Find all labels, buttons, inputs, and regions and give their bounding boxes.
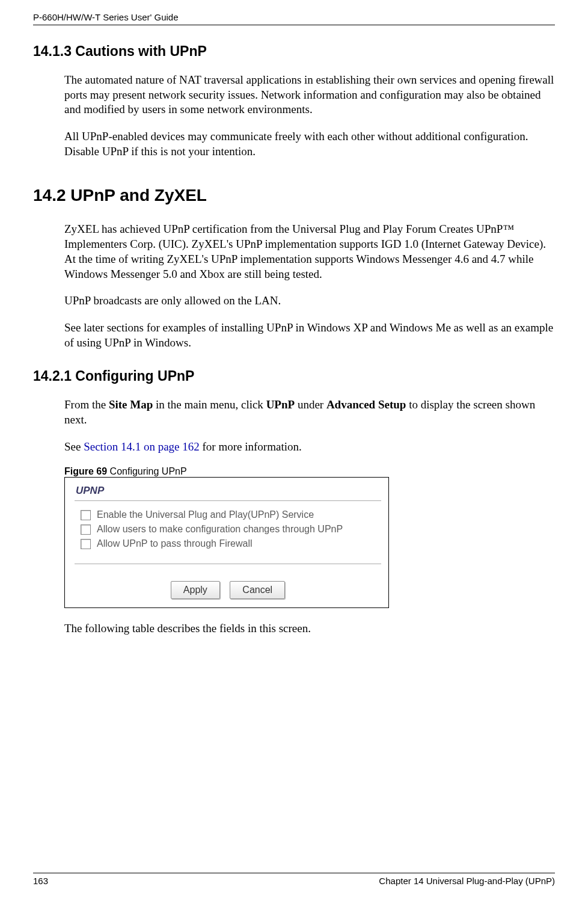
advanced-setup-bold: Advanced Setup — [326, 398, 406, 411]
paragraph-zyxel-2: UPnP broadcasts are only allowed on the … — [64, 294, 555, 309]
checkbox-enable-upnp[interactable] — [81, 510, 91, 520]
panel-title: UPNP — [76, 485, 381, 497]
paragraph-cautions-1: The automated nature of NAT traversal ap… — [64, 73, 555, 117]
figure-upnp-panel: UPNP Enable the Universal Plug and Play(… — [64, 477, 389, 608]
divider — [75, 500, 381, 501]
paragraph-zyxel-3: See later sections for examples of insta… — [64, 321, 555, 350]
text-fragment: in the main menu, click — [153, 398, 266, 411]
site-map-bold: Site Map — [109, 398, 153, 411]
page-number: 163 — [33, 876, 48, 886]
figure-caption: Figure 69 Configuring UPnP — [64, 466, 555, 477]
upnp-bold: UPnP — [266, 398, 295, 411]
checkbox-label: Enable the Universal Plug and Play(UPnP)… — [97, 509, 314, 520]
paragraph-configuring-1: From the Site Map in the main menu, clic… — [64, 398, 555, 427]
text-fragment: under — [295, 398, 326, 411]
paragraph-table-desc: The following table describes the fields… — [64, 621, 555, 636]
checkbox-row-allow-config: Allow users to make configuration change… — [81, 524, 381, 535]
page-footer: 163 Chapter 14 Universal Plug-and-Play (… — [33, 873, 555, 886]
section-link[interactable]: Section 14.1 on page 162 — [84, 440, 200, 453]
checkbox-label: Allow UPnP to pass through Firewall — [97, 538, 253, 549]
checkbox-label: Allow users to make configuration change… — [97, 524, 343, 535]
heading-cautions-upnp: 14.1.3 Cautions with UPnP — [33, 43, 555, 60]
paragraph-zyxel-1: ZyXEL has achieved UPnP certification fr… — [64, 222, 555, 281]
apply-button[interactable]: Apply — [171, 581, 220, 599]
footer-chapter: Chapter 14 Universal Plug-and-Play (UPnP… — [379, 876, 555, 886]
heading-upnp-zyxel: 14.2 UPnP and ZyXEL — [33, 186, 555, 205]
paragraph-configuring-2: See Section 14.1 on page 162 for more in… — [64, 440, 555, 455]
paragraph-cautions-2: All UPnP-enabled devices may communicate… — [64, 129, 555, 159]
cancel-button[interactable]: Cancel — [230, 581, 285, 599]
button-row: Apply Cancel — [75, 581, 381, 599]
checkbox-allow-config[interactable] — [81, 524, 91, 535]
heading-configuring-upnp: 14.2.1 Configuring UPnP — [33, 368, 555, 384]
figure-caption-text: Configuring UPnP — [107, 466, 187, 476]
text-fragment: From the — [64, 398, 109, 411]
checkbox-row-allow-firewall: Allow UPnP to pass through Firewall — [81, 538, 381, 549]
text-fragment: See — [64, 440, 84, 453]
header-guide-title: P-660H/HW/W-T Series User' Guide — [33, 12, 555, 25]
figure-label: Figure 69 — [64, 466, 107, 476]
text-fragment: for more information. — [200, 440, 302, 453]
divider — [75, 564, 381, 564]
checkbox-allow-firewall[interactable] — [81, 539, 91, 549]
checkbox-row-enable-upnp: Enable the Universal Plug and Play(UPnP)… — [81, 509, 381, 520]
